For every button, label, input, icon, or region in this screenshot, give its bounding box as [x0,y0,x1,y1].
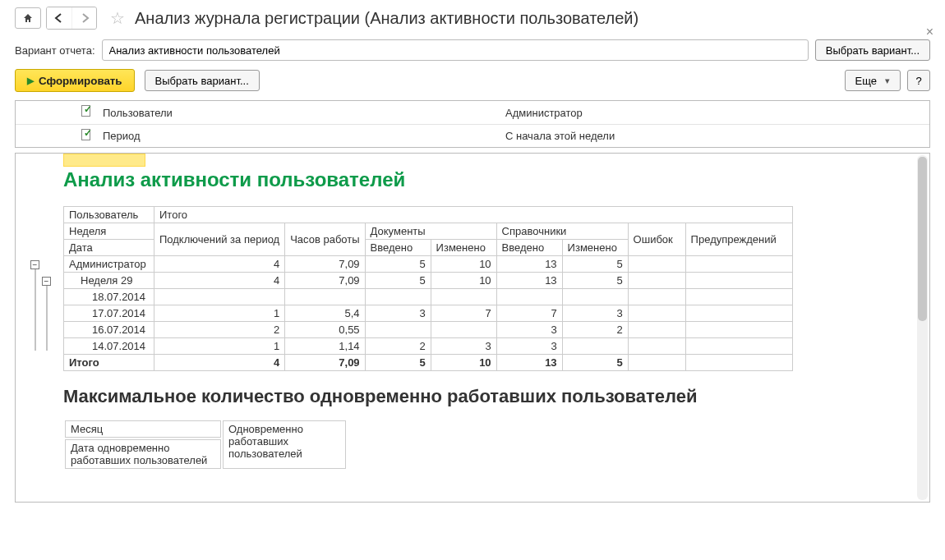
col-concurrent-date: Дата одновременно работавших пользовател… [65,439,221,469]
help-button[interactable]: ? [907,70,930,91]
favorite-star-icon[interactable]: ☆ [110,8,125,28]
col-warnings: Предупреждений [685,223,792,256]
nav-history [46,7,97,30]
close-button[interactable]: × [926,25,933,39]
vertical-scrollbar[interactable] [917,155,928,500]
tree-collapse-week[interactable]: − [42,277,51,286]
col-errors: Ошибок [628,223,685,256]
run-report-button[interactable]: ▶ Сформировать [15,69,135,92]
col-doc-added: Введено [365,240,431,256]
tree-collapse-admin[interactable]: − [30,260,39,269]
col-user: Пользователь [64,207,154,223]
total-row: Итого 4 7,09 5 10 13 5 [64,355,793,371]
col-doc-changed: Изменено [431,240,496,256]
col-hours: Часов работы [285,223,365,256]
arrow-right-icon [80,13,90,23]
clipboard-check-icon [80,105,94,120]
arrow-left-icon [54,13,64,23]
col-month: Месяц [65,420,221,438]
table-row[interactable]: 18.07.2014 [64,289,793,305]
choose-variant-button[interactable]: Выбрать вариант... [145,70,260,91]
param-value: С начала этой недели [505,130,929,142]
play-icon: ▶ [27,76,34,86]
col-concurrent-count: Одновременно работавших пользователей [223,420,346,469]
param-row-users[interactable]: Пользователи Администратор [16,101,929,124]
table-row[interactable]: Неделя 2947,09510135 [64,273,793,289]
more-menu-button[interactable]: Еще [845,70,901,91]
col-total: Итого [154,207,793,223]
back-button[interactable] [47,7,71,29]
col-ref-added: Введено [496,240,562,256]
param-name: Пользователи [103,107,505,119]
table-row[interactable]: 16.07.201420,5532 [64,322,793,338]
table-row[interactable]: 17.07.201415,43773 [64,305,793,322]
param-row-period[interactable]: Период С начала этой недели [16,124,929,147]
variant-input[interactable] [102,39,809,61]
param-name: Период [103,130,505,142]
clipboard-check-icon [80,129,94,144]
params-panel: Пользователи Администратор Период С нача… [15,100,930,148]
col-refs: Справочники [496,223,628,240]
param-value: Администратор [505,107,929,119]
report-area: − − Анализ активности пользователей Поль… [15,153,930,503]
selection-highlight [63,154,145,167]
home-button[interactable] [15,7,41,29]
col-ref-changed: Изменено [562,240,628,256]
table-row[interactable]: Администратор47,09510135 [64,256,793,273]
col-docs: Документы [365,223,496,240]
scrollbar-thumb[interactable] [918,157,927,321]
subreport-title: Максимальное количество одновременно раб… [63,386,929,407]
home-icon [22,12,34,24]
forward-button[interactable] [71,7,96,29]
table-row[interactable]: 14.07.201411,14233 [64,338,793,355]
variant-label: Вариант отчета: [15,44,95,57]
report-title: Анализ активности пользователей [63,168,929,191]
col-week: Неделя [64,223,154,240]
choose-variant-top-button[interactable]: Выбрать вариант... [815,39,930,61]
run-report-label: Сформировать [39,75,122,87]
page-title: Анализ журнала регистрации (Анализ актив… [135,9,638,28]
concurrent-users-table: Месяц Одновременно работавших пользовате… [63,419,348,470]
col-connections: Подключений за период [154,223,285,256]
col-date: Дата [64,240,154,256]
activity-table: Пользователь Итого Неделя Подключений за… [63,206,793,371]
